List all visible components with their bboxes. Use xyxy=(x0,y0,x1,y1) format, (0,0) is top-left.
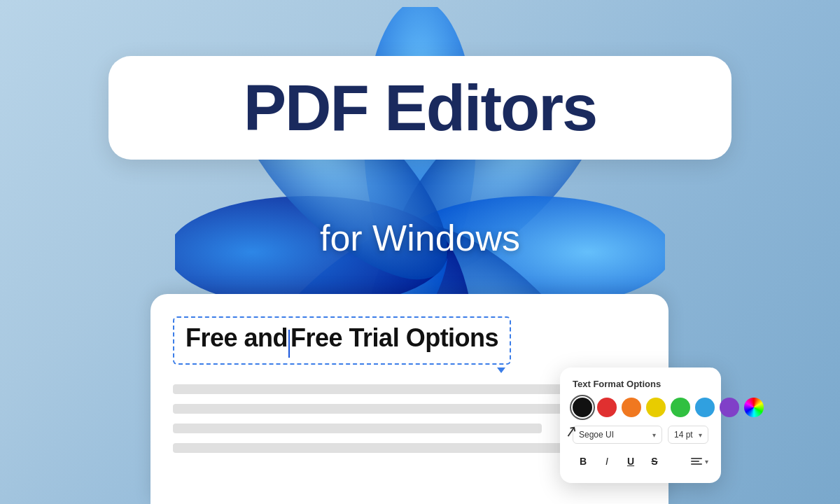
font-size-chevron: ▾ xyxy=(699,431,702,439)
color-yellow[interactable] xyxy=(646,398,666,417)
font-size-value: 14 pt xyxy=(674,430,693,440)
italic-button[interactable]: I xyxy=(596,451,617,472)
color-red[interactable] xyxy=(597,398,617,417)
align-line-3 xyxy=(691,463,702,465)
color-rainbow[interactable] xyxy=(744,398,764,417)
selection-anchor-arrow xyxy=(497,368,505,373)
underline-button[interactable]: U xyxy=(620,451,641,472)
color-orange[interactable] xyxy=(622,398,641,417)
text-cursor xyxy=(288,330,290,358)
color-purple[interactable] xyxy=(720,398,739,417)
font-family-value: Segoe UI xyxy=(579,430,614,440)
font-row: Segoe UI ▾ 14 pt ▾ xyxy=(573,426,708,444)
align-line-2 xyxy=(691,461,699,462)
selected-text-after: Free Trial Options xyxy=(290,323,498,352)
bold-button[interactable]: B xyxy=(573,451,594,472)
doc-line-3 xyxy=(173,424,542,433)
selected-text-before: Free and xyxy=(186,323,288,352)
color-cyan[interactable] xyxy=(695,398,715,417)
doc-line-1 xyxy=(173,384,575,394)
align-chevron: ▾ xyxy=(705,458,708,465)
format-popup: Text Format Options Segoe UI ▾ 14 pt ▾ B… xyxy=(560,368,721,483)
font-family-select[interactable]: Segoe UI ▾ xyxy=(573,426,662,444)
color-green[interactable] xyxy=(671,398,690,417)
color-row xyxy=(573,398,708,417)
align-section: ▾ xyxy=(691,458,708,465)
align-line-1 xyxy=(691,458,702,459)
main-title: PDF Editors xyxy=(150,76,690,140)
format-buttons-row: B I U S ▾ xyxy=(573,451,708,472)
doc-line-4 xyxy=(173,443,589,453)
popup-title: Text Format Options xyxy=(573,379,708,389)
strikethrough-button[interactable]: S xyxy=(644,451,665,472)
title-card: PDF Editors xyxy=(108,56,732,160)
align-button[interactable] xyxy=(691,458,702,465)
doc-line-2 xyxy=(173,404,608,414)
font-size-select[interactable]: 14 pt ▾ xyxy=(668,426,708,444)
color-black[interactable] xyxy=(573,398,592,417)
font-family-chevron: ▾ xyxy=(652,431,656,439)
subtitle: for Windows xyxy=(320,217,520,259)
text-selection-area[interactable]: Free andFree Trial Options xyxy=(173,316,511,365)
